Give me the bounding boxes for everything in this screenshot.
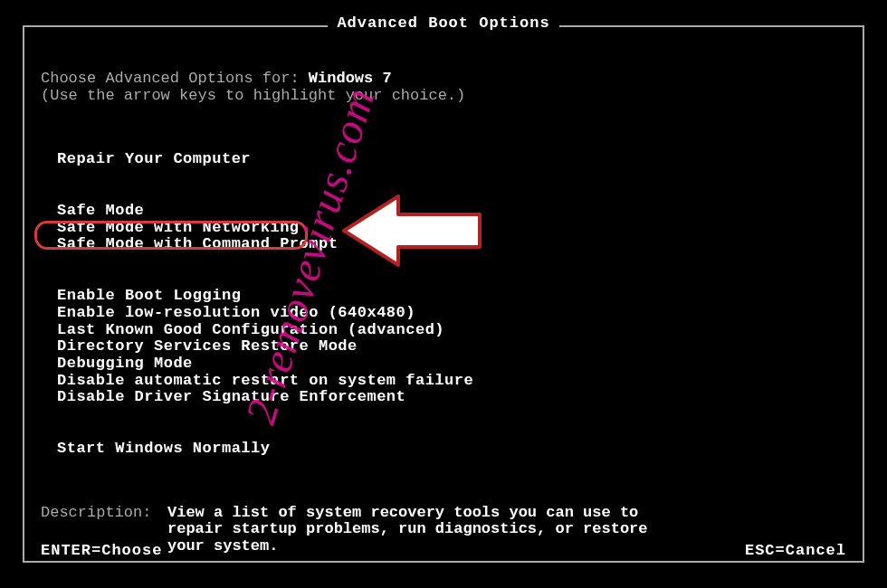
menu-item-ds-restore[interactable]: Directory Services Restore Mode [57, 338, 358, 356]
menu-item-safe-mode-cmd[interactable]: Safe Mode with Command Prompt [57, 236, 338, 253]
menu-item-disable-driver-sig[interactable]: Disable Driver Signature Enforcement [57, 389, 405, 406]
menu-item-boot-logging[interactable]: Enable Boot Logging [57, 288, 241, 305]
menu-item-low-res[interactable]: Enable low-resolution video (640x480) [57, 305, 415, 322]
menu-item-disable-auto-restart[interactable]: Disable automatic restart on system fail… [57, 373, 473, 390]
choose-line: Choose Advanced Options for: Windows 7 [41, 71, 846, 88]
boot-menu: Repair Your Computer Safe Mode Safe Mode… [57, 151, 846, 457]
menu-item-last-known-good[interactable]: Last Known Good Configuration (advanced) [57, 322, 444, 339]
menu-item-repair[interactable]: Repair Your Computer [57, 151, 251, 168]
content-area: Choose Advanced Options for: Windows 7 (… [24, 27, 863, 555]
arrow-key-hint: (Use the arrow keys to highlight your ch… [41, 88, 846, 105]
os-name: Windows 7 [309, 70, 392, 87]
screen-title: Advanced Boot Options [328, 14, 558, 32]
menu-item-safe-mode-networking[interactable]: Safe Mode with Networking [57, 220, 300, 237]
boot-options-frame: Advanced Boot Options Choose Advanced Op… [23, 25, 864, 563]
footer-enter: ENTER=Choose [41, 542, 162, 559]
footer-bar: ENTER=Choose ESC=Cancel [41, 542, 846, 559]
menu-item-safe-mode[interactable]: Safe Mode [57, 203, 144, 220]
menu-item-start-normally[interactable]: Start Windows Normally [57, 441, 270, 458]
menu-item-debugging[interactable]: Debugging Mode [57, 356, 193, 373]
choose-prefix: Choose Advanced Options for: [41, 70, 309, 87]
footer-esc: ESC=Cancel [745, 542, 846, 559]
